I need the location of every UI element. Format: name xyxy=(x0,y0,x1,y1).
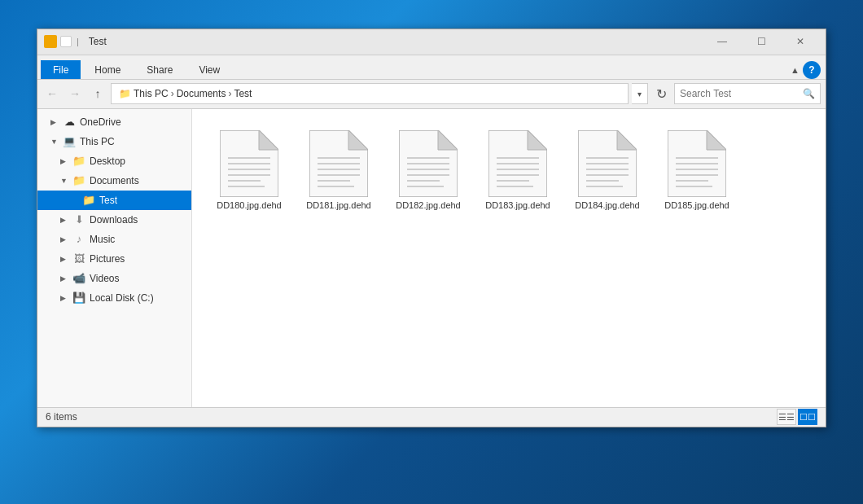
expand-onedrive: ▶ xyxy=(50,118,62,126)
file-name: DD185.jpg.dehd xyxy=(664,200,729,210)
content-area: ▶ ☁ OneDrive ▼ 💻 This PC ▶ 📁 Desktop ▼ 📁… xyxy=(37,109,826,407)
sidebar-item-test[interactable]: 📁 Test xyxy=(37,191,191,210)
ribbon-tabs: File Home Share View ▲ ? xyxy=(37,55,826,80)
file-name: DD184.jpg.dehd xyxy=(575,200,640,210)
ribbon-collapse-button[interactable]: ▲ xyxy=(791,65,799,75)
expand-music: ▶ xyxy=(60,235,72,243)
onedrive-icon: ☁ xyxy=(62,115,77,129)
title-divider: | xyxy=(77,37,79,46)
file-icon xyxy=(668,130,726,197)
sidebar-item-onedrive[interactable]: ▶ ☁ OneDrive xyxy=(37,112,191,132)
sidebar-item-videos[interactable]: ▶ 📹 Videos xyxy=(37,269,191,288)
test-folder-icon: 📁 xyxy=(81,193,96,208)
test-label: Test xyxy=(99,195,117,206)
svg-marker-33 xyxy=(617,130,637,150)
maximize-button[interactable]: ☐ xyxy=(743,28,780,55)
local-disk-label: Local Disk (C:) xyxy=(90,292,154,304)
path-icon: 📁 xyxy=(119,88,131,99)
videos-icon: 📹 xyxy=(72,271,86,286)
file-item[interactable]: DD185.jpg.dehd xyxy=(656,125,738,215)
desktop-label: Desktop xyxy=(90,156,125,167)
minimize-button[interactable]: — xyxy=(703,28,741,55)
svg-marker-17 xyxy=(438,130,458,150)
file-icon xyxy=(220,130,278,197)
pictures-icon: 🖼 xyxy=(72,252,86,266)
back-button[interactable]: ← xyxy=(42,84,62,103)
forward-button[interactable]: → xyxy=(65,84,85,103)
folder-icon-2 xyxy=(60,36,72,47)
expand-videos: ▶ xyxy=(60,274,72,283)
expand-downloads: ▶ xyxy=(60,216,72,224)
file-item[interactable]: DD183.jpg.dehd xyxy=(477,125,559,215)
documents-icon: 📁 xyxy=(72,173,86,188)
svg-marker-25 xyxy=(528,130,547,150)
file-name: DD182.jpg.dehd xyxy=(396,200,461,210)
sidebar: ▶ ☁ OneDrive ▼ 💻 This PC ▶ 📁 Desktop ▼ 📁… xyxy=(37,109,192,407)
file-item[interactable]: DD181.jpg.dehd xyxy=(298,125,379,215)
videos-label: Videos xyxy=(90,273,119,284)
file-icon xyxy=(578,130,637,197)
file-item[interactable]: DD184.jpg.dehd xyxy=(567,125,648,215)
address-path[interactable]: 📁 This PC › Documents › Test xyxy=(111,83,629,104)
search-box: 🔍 xyxy=(674,83,821,104)
expand-this-pc: ▼ xyxy=(50,138,62,146)
file-name: DD180.jpg.dehd xyxy=(217,200,282,210)
onedrive-label: OneDrive xyxy=(80,116,121,128)
expand-documents: ▼ xyxy=(60,177,72,185)
path-sep-2: › xyxy=(228,88,231,99)
close-button[interactable]: ✕ xyxy=(782,28,819,55)
tab-view[interactable]: View xyxy=(186,60,232,79)
refresh-button[interactable]: ↻ xyxy=(651,84,671,103)
title-bar: | Test — ☐ ✕ xyxy=(37,29,826,55)
window-title: Test xyxy=(85,36,703,47)
file-icon xyxy=(488,130,547,197)
path-test: Test xyxy=(234,88,252,99)
sidebar-item-local-disk[interactable]: ▶ 💾 Local Disk (C:) xyxy=(37,288,191,308)
file-icon xyxy=(399,130,458,197)
file-item[interactable]: DD180.jpg.dehd xyxy=(208,125,290,215)
view-controls: ☰☰ ☐☐ xyxy=(777,409,817,425)
svg-marker-1 xyxy=(259,130,278,150)
file-name: DD181.jpg.dehd xyxy=(306,200,371,210)
window-controls: — ☐ ✕ xyxy=(703,28,819,55)
desktop-icon: 📁 xyxy=(72,154,86,169)
search-input[interactable] xyxy=(680,88,803,99)
explorer-window: | Test — ☐ ✕ File Home Share View ▲ ? ← … xyxy=(37,28,826,427)
path-sep-1: › xyxy=(171,88,174,99)
path-this-pc: This PC xyxy=(134,88,169,99)
path-documents: Documents xyxy=(177,88,226,99)
folder-icon-1 xyxy=(44,35,57,48)
svg-marker-9 xyxy=(348,130,368,150)
tab-share[interactable]: Share xyxy=(134,60,185,79)
sidebar-item-documents[interactable]: ▼ 📁 Documents xyxy=(37,171,191,191)
title-bar-icons: | xyxy=(44,35,81,48)
expand-pictures: ▶ xyxy=(60,255,72,263)
music-icon: ♪ xyxy=(72,232,86,247)
expand-desktop: ▶ xyxy=(60,157,72,165)
file-area: DD180.jpg.dehd DD181.jpg.dehd DD182.jpg.… xyxy=(192,109,826,407)
this-pc-icon: 💻 xyxy=(62,134,77,149)
file-item[interactable]: DD182.jpg.dehd xyxy=(388,125,469,215)
music-label: Music xyxy=(90,234,115,245)
sidebar-item-music[interactable]: ▶ ♪ Music xyxy=(37,230,191,249)
address-dropdown[interactable]: ▾ xyxy=(632,83,648,104)
downloads-icon: ⬇ xyxy=(72,213,86,227)
expand-local-disk: ▶ xyxy=(60,294,72,302)
downloads-label: Downloads xyxy=(90,214,138,226)
search-icon: 🔍 xyxy=(803,88,815,99)
item-count: 6 items xyxy=(46,411,777,423)
pictures-label: Pictures xyxy=(90,253,125,265)
up-button[interactable]: ↑ xyxy=(88,84,107,103)
grid-view-button[interactable]: ☐☐ xyxy=(798,409,817,425)
help-button[interactable]: ? xyxy=(803,61,821,79)
sidebar-item-this-pc[interactable]: ▼ 💻 This PC xyxy=(37,132,191,151)
address-bar: ← → ↑ 📁 This PC › Documents › Test ▾ ↻ 🔍 xyxy=(37,80,826,109)
local-disk-icon: 💾 xyxy=(72,291,86,305)
tab-file[interactable]: File xyxy=(41,60,81,79)
sidebar-item-desktop[interactable]: ▶ 📁 Desktop xyxy=(37,151,191,171)
tab-home[interactable]: Home xyxy=(82,60,133,79)
sidebar-item-downloads[interactable]: ▶ ⬇ Downloads xyxy=(37,210,191,230)
this-pc-label: This PC xyxy=(80,136,115,147)
sidebar-item-pictures[interactable]: ▶ 🖼 Pictures xyxy=(37,249,191,269)
list-view-button[interactable]: ☰☰ xyxy=(777,409,796,425)
